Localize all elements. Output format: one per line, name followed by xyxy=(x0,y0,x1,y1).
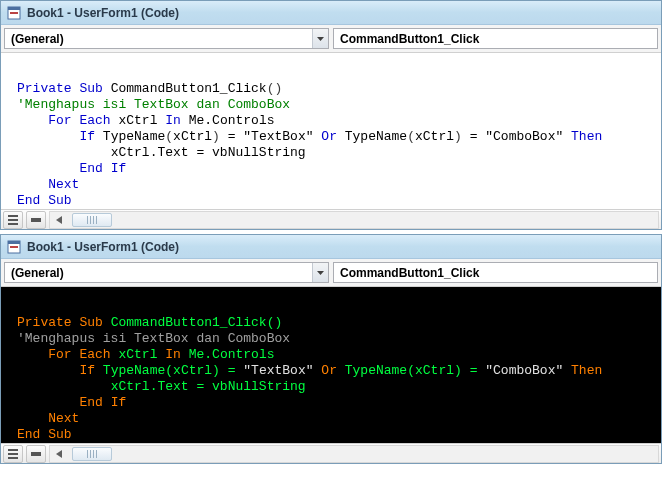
code-token xyxy=(17,145,111,160)
object-dropdown[interactable]: (General) xyxy=(4,28,329,49)
procedure-view-button[interactable] xyxy=(26,445,46,463)
vba-form-icon xyxy=(7,6,21,20)
code-token: For Each xyxy=(48,113,110,128)
code-token: = xyxy=(462,129,485,144)
code-window-dark: Book1 - UserForm1 (Code) (General) Comma… xyxy=(0,234,662,464)
code-token: ) xyxy=(454,129,462,144)
svg-rect-13 xyxy=(8,449,18,451)
svg-rect-4 xyxy=(8,215,18,217)
code-token: If xyxy=(79,129,95,144)
code-token: End If xyxy=(79,395,126,410)
code-token: Me.Controls xyxy=(189,113,275,128)
titlebar[interactable]: Book1 - UserForm1 (Code) xyxy=(1,1,661,25)
scroll-left-icon[interactable] xyxy=(50,212,68,228)
scroll-thumb[interactable] xyxy=(72,447,112,461)
code-token xyxy=(181,113,189,128)
svg-marker-12 xyxy=(317,271,324,275)
code-token xyxy=(95,129,103,144)
code-token xyxy=(17,363,79,378)
code-token: = xyxy=(220,129,243,144)
code-token: Private Sub xyxy=(17,81,103,96)
code-token: End If xyxy=(79,161,126,176)
code-token: For Each xyxy=(48,347,110,362)
code-token: Or xyxy=(321,363,337,378)
code-token: "ComboBox" xyxy=(485,129,563,144)
code-token: ) xyxy=(212,363,220,378)
procedure-view-button[interactable] xyxy=(26,211,46,229)
code-editor[interactable]: Private Sub CommandButton1_Click() 'Meng… xyxy=(1,287,661,443)
code-token: CommandButton1_Click xyxy=(111,81,267,96)
code-token: = xyxy=(462,363,485,378)
code-token: ( xyxy=(407,129,415,144)
code-token: TypeName xyxy=(103,129,165,144)
dropdown-row: (General) CommandButton1_Click xyxy=(1,259,661,287)
code-token xyxy=(563,363,571,378)
chevron-down-icon xyxy=(312,29,328,48)
vba-form-icon xyxy=(7,240,21,254)
code-token: ) xyxy=(454,363,462,378)
svg-rect-6 xyxy=(8,223,18,225)
svg-marker-8 xyxy=(56,216,62,224)
horizontal-scrollbar[interactable] xyxy=(49,445,659,463)
code-token: Or xyxy=(321,129,337,144)
procedure-dropdown[interactable]: CommandButton1_Click xyxy=(333,262,658,283)
code-token xyxy=(181,347,189,362)
full-module-view-button[interactable] xyxy=(3,211,23,229)
code-token: xCtrl xyxy=(415,363,454,378)
code-token: "TextBox" xyxy=(243,129,313,144)
code-token: xCtrl xyxy=(118,347,157,362)
bottom-strip xyxy=(1,209,661,229)
object-dropdown-value: (General) xyxy=(11,266,312,280)
code-token: TypeName xyxy=(345,363,407,378)
code-token: "ComboBox" xyxy=(485,363,563,378)
svg-rect-15 xyxy=(8,457,18,459)
code-token: Then xyxy=(571,363,602,378)
code-token: () xyxy=(267,315,283,330)
svg-rect-16 xyxy=(31,452,41,456)
code-token: End Sub xyxy=(17,427,72,442)
code-token: ( xyxy=(165,129,173,144)
code-token xyxy=(17,347,48,362)
code-token: ) xyxy=(212,129,220,144)
code-token: () xyxy=(267,81,283,96)
code-token xyxy=(95,363,103,378)
code-token: xCtrl xyxy=(173,129,212,144)
code-token xyxy=(17,177,48,192)
code-token: vbNullString xyxy=(212,379,306,394)
svg-rect-11 xyxy=(10,246,18,248)
code-token: vbNullString xyxy=(212,145,306,160)
code-token xyxy=(103,315,111,330)
code-window-light: Book1 - UserForm1 (Code) (General) Comma… xyxy=(0,0,662,230)
svg-marker-17 xyxy=(56,450,62,458)
procedure-dropdown[interactable]: CommandButton1_Click xyxy=(333,28,658,49)
code-token: Then xyxy=(571,129,602,144)
svg-rect-5 xyxy=(8,219,18,221)
code-token xyxy=(337,363,345,378)
chevron-down-icon xyxy=(312,263,328,282)
code-token: End Sub xyxy=(17,193,72,208)
svg-marker-3 xyxy=(317,37,324,41)
code-token: xCtrl xyxy=(118,113,157,128)
code-token xyxy=(17,161,79,176)
scroll-thumb[interactable] xyxy=(72,213,112,227)
horizontal-scrollbar[interactable] xyxy=(49,211,659,229)
object-dropdown[interactable]: (General) xyxy=(4,262,329,283)
code-token: In xyxy=(165,113,181,128)
code-editor[interactable]: Private Sub CommandButton1_Click() 'Meng… xyxy=(1,53,661,209)
procedure-dropdown-value: CommandButton1_Click xyxy=(340,32,653,46)
svg-rect-14 xyxy=(8,453,18,455)
svg-rect-1 xyxy=(8,7,20,10)
code-token: If xyxy=(79,363,95,378)
full-module-view-button[interactable] xyxy=(3,445,23,463)
code-token: xCtrl.Text xyxy=(111,145,189,160)
code-token: ( xyxy=(165,363,173,378)
code-token: 'Menghapus isi TextBox dan ComboBox xyxy=(17,331,290,346)
code-token xyxy=(563,129,571,144)
code-token: xCtrl xyxy=(415,129,454,144)
code-token: = xyxy=(189,145,212,160)
svg-rect-7 xyxy=(31,218,41,222)
scroll-left-icon[interactable] xyxy=(50,446,68,462)
code-token: xCtrl xyxy=(173,363,212,378)
code-token xyxy=(337,129,345,144)
titlebar[interactable]: Book1 - UserForm1 (Code) xyxy=(1,235,661,259)
